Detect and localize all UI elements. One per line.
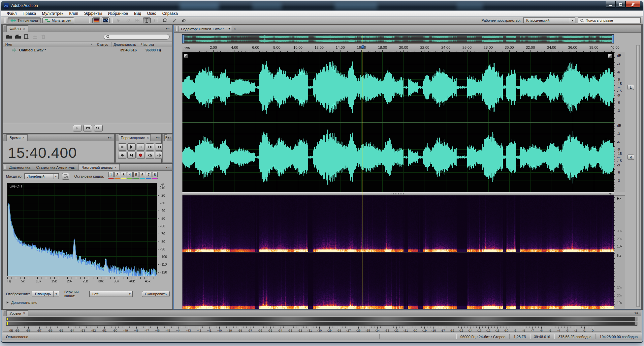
hold-frame-4[interactable]: 4	[127, 172, 133, 179]
menu-item-1[interactable]: Правка	[20, 11, 39, 16]
panel-menu-icon[interactable]: ▾≡	[155, 136, 161, 139]
close-button[interactable]	[626, 1, 640, 8]
close-tab-icon[interactable]: ×	[115, 166, 117, 169]
column-status[interactable]: Статус	[95, 42, 112, 47]
tab-files[interactable]: Файлы×	[6, 25, 28, 32]
paintbrush-tool[interactable]	[171, 17, 178, 23]
vertical-scrollbar[interactable]	[636, 45, 640, 307]
marquee-tool[interactable]	[152, 17, 160, 23]
fast-forward-button[interactable]	[118, 152, 126, 159]
open-file-icon[interactable]	[6, 34, 13, 39]
trash-icon[interactable]	[41, 34, 46, 39]
panel-grip[interactable]	[4, 135, 6, 140]
tab-levels[interactable]: Уровни×	[6, 310, 28, 316]
menu-item-7[interactable]: Окно	[144, 11, 159, 16]
playhead-line[interactable]	[363, 46, 363, 309]
panel-menu-icon[interactable]: ▾≡	[164, 27, 172, 30]
spectral-display-button[interactable]	[92, 17, 100, 23]
column-rate[interactable]: Частота	[139, 42, 172, 47]
close-tab-icon[interactable]: ×	[234, 27, 236, 31]
maximize-button[interactable]	[616, 1, 626, 8]
panel-menu-icon[interactable]: ▾≡	[106, 136, 114, 139]
overview-left-handle[interactable]	[183, 35, 184, 43]
waveform-display-button[interactable]	[102, 17, 110, 23]
close-tab-icon[interactable]: ×	[22, 136, 24, 140]
time-selection-tool[interactable]	[143, 17, 151, 23]
hold-frame-5[interactable]: 5	[133, 172, 139, 179]
timeline-ruler[interactable]: чмс 2:004:006:008:0010:0012:0014:0016:00…	[182, 44, 614, 52]
menu-item-2[interactable]: Мультитрек	[39, 11, 66, 16]
import-file-icon[interactable]	[15, 34, 21, 39]
panel-grip[interactable]	[4, 165, 6, 169]
snapshot-button[interactable]	[62, 173, 69, 180]
tab-analysis-2[interactable]: Частотный анализ×	[79, 164, 120, 170]
go-to-start-button[interactable]	[146, 143, 154, 151]
time-display[interactable]: 15:40.400	[8, 144, 77, 161]
spot-healing-tool[interactable]	[180, 17, 188, 23]
column-duration[interactable]: Длительность	[112, 42, 139, 47]
hold-frame-2[interactable]: 2	[114, 172, 120, 179]
tab-editor[interactable]: Редактор: Untitled 1.wav * ▼	[178, 26, 232, 32]
overview-right-handle[interactable]	[612, 35, 613, 43]
go-to-end-button[interactable]	[127, 152, 136, 159]
panel-grip[interactable]	[116, 135, 118, 140]
help-search-field[interactable]: Поиск в справке	[578, 17, 641, 23]
toolbar-grip[interactable]	[112, 18, 113, 23]
overview-strip[interactable]	[182, 35, 614, 43]
scale-dropdown[interactable]: Линейный ▼	[24, 173, 59, 179]
corner-widget-icon[interactable]	[184, 54, 188, 58]
scan-button[interactable]: Сканировать	[142, 291, 170, 297]
panel-grip[interactable]	[163, 135, 164, 140]
top-channel-dropdown[interactable]: Left ▼	[89, 291, 133, 297]
menu-item-3[interactable]: Клип	[66, 11, 81, 16]
panel-menu-icon[interactable]: ▾≡	[167, 136, 172, 139]
spectral-display[interactable]	[182, 195, 614, 309]
display-dropdown[interactable]: Площадь ▼	[32, 291, 59, 297]
hold-frame-1[interactable]: 1	[108, 172, 114, 179]
hold-frame-6[interactable]: 6	[140, 172, 145, 179]
menu-item-5[interactable]: Избранное	[105, 11, 131, 16]
stop-button[interactable]	[118, 143, 126, 151]
waveform-editor-toggle[interactable]: Тип сигнала	[8, 17, 41, 23]
panel-grip[interactable]	[4, 26, 6, 31]
menu-item-4[interactable]: Эффекты	[81, 11, 105, 16]
close-tab-icon[interactable]: ×	[23, 311, 25, 315]
title-bar[interactable]: Au Adobe Audition	[1, 1, 643, 11]
panel-menu-icon[interactable]: ▾≡	[164, 166, 172, 169]
hold-frame-3[interactable]: 3	[121, 172, 126, 179]
menu-item-6[interactable]: Вид	[131, 11, 144, 16]
preview-play-button[interactable]	[73, 125, 81, 131]
waveform-display[interactable]	[182, 52, 614, 192]
panel-grip[interactable]	[4, 311, 6, 315]
panel-menu-icon[interactable]: ▾≡	[632, 311, 641, 315]
close-tab-icon[interactable]: ×	[147, 136, 149, 140]
loop-button[interactable]	[146, 152, 154, 159]
toolbar-grip[interactable]	[4, 18, 6, 23]
razor-tool[interactable]	[124, 17, 132, 23]
slip-tool[interactable]	[134, 17, 142, 23]
preview-autoplay-button[interactable]	[94, 125, 103, 131]
close-tab-icon[interactable]: ×	[23, 27, 25, 31]
toolbar-grip[interactable]	[89, 18, 90, 23]
menu-item-8[interactable]: Справка	[159, 11, 181, 16]
record-button[interactable]	[137, 152, 145, 159]
preview-loop-button[interactable]	[83, 125, 92, 131]
pause-button[interactable]	[137, 143, 145, 151]
menu-item-0[interactable]: Файл	[4, 11, 20, 16]
corner-widget-icon[interactable]	[608, 54, 612, 58]
file-row[interactable]: Untitled 1.wav *39:48.61696000 Гц	[3, 47, 172, 53]
save-file-icon[interactable]	[32, 34, 39, 39]
tab-transport[interactable]: Перемещение×	[119, 134, 151, 141]
move-tool[interactable]	[115, 17, 123, 23]
tab-analysis-0[interactable]: Диагностика	[6, 164, 33, 170]
multitrack-toggle[interactable]: Мультитрек	[42, 17, 74, 23]
play-button[interactable]	[127, 143, 136, 151]
tab-video[interactable]: Ви	[164, 134, 167, 141]
tab-analysis-1[interactable]: Статистика Амплитуды	[33, 164, 79, 170]
waveform-spectral-splitter[interactable]	[182, 192, 614, 195]
level-meter[interactable]	[6, 317, 637, 326]
files-search-field[interactable]	[104, 34, 170, 40]
advanced-toggle[interactable]: Дополнительно	[7, 301, 37, 304]
hold-frame-7[interactable]: 7	[146, 172, 151, 179]
channel-left-button[interactable]: L	[628, 85, 634, 90]
